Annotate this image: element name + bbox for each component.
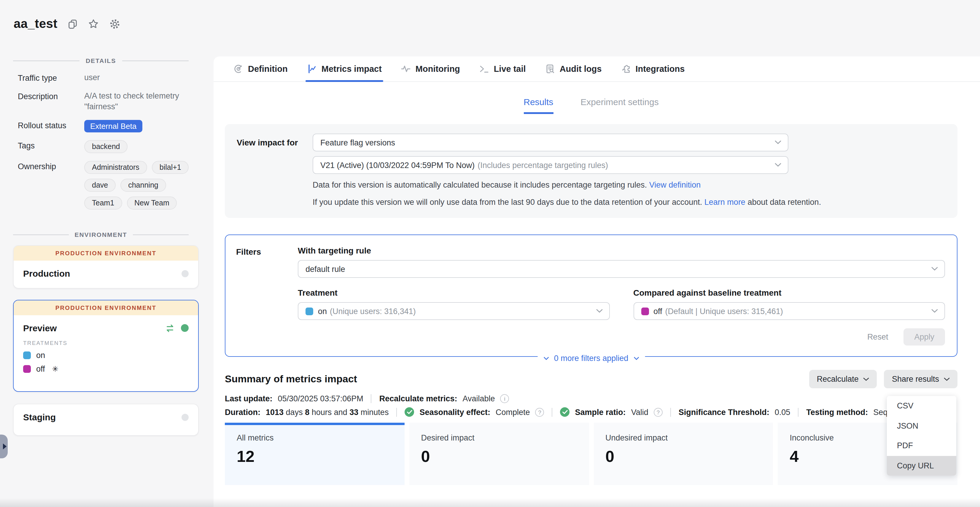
impact-mode-select[interactable]: Feature flag versions	[313, 134, 788, 151]
view-definition-link[interactable]: View definition	[649, 180, 701, 190]
targeting-rule-label: With targeting rule	[298, 246, 945, 255]
treatment-on-swatch	[23, 351, 31, 359]
flag-title-row: aa_test	[14, 17, 121, 31]
chevron-down-icon	[864, 377, 869, 381]
gear-icon[interactable]	[109, 18, 121, 29]
tab-definition[interactable]: Definition	[234, 56, 288, 81]
owner-pill[interactable]: dave	[84, 179, 116, 192]
share-results-button[interactable]: Share results	[884, 370, 958, 388]
chevron-down-icon	[596, 309, 602, 313]
swap-arrows-icon[interactable]	[165, 324, 175, 332]
share-results-label: Share results	[892, 375, 939, 384]
environment-card-preview[interactable]: PRODUCTION ENVIRONMENT Preview T	[13, 300, 199, 392]
menu-item-json[interactable]: JSON	[887, 416, 956, 436]
metric-card-all-metrics[interactable]: All metrics 12	[225, 423, 404, 485]
recalculate-metrics-label: Recalculate metrics:	[379, 394, 457, 403]
tab-label: Monitoring	[415, 64, 460, 73]
metric-summary-cards: All metrics 12 Desired impact 0 Undesire…	[225, 423, 958, 485]
baseline-select[interactable]: off (Default | Unique users: 315,461)	[633, 302, 945, 320]
treatment-select[interactable]: on (Unique users: 316,341)	[298, 302, 609, 320]
retention-info-text: If you update this version we will only …	[313, 198, 702, 207]
question-icon[interactable]: ?	[654, 408, 663, 416]
tags-list: backend	[84, 140, 196, 153]
treatment-off-label: off	[36, 365, 45, 373]
sidebar: aa_test DETAILS	[0, 0, 213, 507]
chevron-down-icon	[775, 163, 781, 167]
share-results-menu: CSV JSON PDF Copy URL	[887, 396, 956, 475]
treatment-filter: Treatment on (Unique users: 316,341)	[298, 288, 609, 320]
version-value: V21 (Active) (10/03/2022 04:59PM To Now)	[320, 161, 474, 169]
owner-pill[interactable]: bilal+1	[152, 161, 189, 174]
significance-threshold-value: 0.05	[775, 408, 791, 416]
treatments-heading: TREATMENTS	[23, 340, 189, 346]
menu-item-csv[interactable]: CSV	[887, 396, 956, 416]
owner-pill[interactable]: channing	[121, 179, 166, 192]
star-icon[interactable]	[88, 18, 99, 29]
tab-integrations[interactable]: Integrations	[621, 56, 684, 81]
recalculate-button[interactable]: Recalculate	[809, 370, 877, 388]
status-dot-gray	[181, 270, 189, 277]
apply-button[interactable]: Apply	[904, 328, 945, 346]
treatment-label: Treatment	[298, 288, 609, 297]
filters-panel: Filters With targeting rule default rule…	[225, 234, 958, 357]
more-filters-toggle[interactable]: 0 more filters applied	[538, 354, 645, 363]
chevron-down-icon	[633, 357, 639, 360]
tags-label: Tags	[18, 140, 84, 150]
sidebar-collapse-handle[interactable]	[0, 435, 8, 458]
tag-pill[interactable]: backend	[84, 140, 128, 153]
copy-icon[interactable]	[68, 19, 78, 29]
duration-label: Duration:	[225, 408, 261, 416]
treatment-on-label: on	[36, 351, 45, 360]
owner-pill[interactable]: Administrators	[84, 161, 147, 174]
environment-name: Preview	[23, 323, 165, 333]
metric-card-undesired-impact[interactable]: Undesired impact 0	[593, 423, 773, 485]
testing-method-value: Seq	[873, 408, 888, 416]
description-label: Description	[18, 91, 84, 101]
sample-ratio-label: Sample ratio:	[575, 408, 626, 416]
environment-name: Production	[23, 268, 181, 279]
divider	[670, 408, 671, 416]
targeting-rule-value: default rule	[305, 265, 345, 273]
default-treatment-asterisk-icon: ✳	[52, 365, 59, 373]
treatment-value: on	[318, 307, 327, 316]
filters-label: Filters	[236, 246, 298, 346]
metric-card-desired-impact[interactable]: Desired impact 0	[409, 423, 589, 485]
learn-more-link[interactable]: Learn more	[705, 198, 745, 207]
environment-card-staging[interactable]: Staging	[13, 404, 199, 436]
rollout-status-badge[interactable]: External Beta	[84, 120, 142, 132]
menu-item-copy-url[interactable]: Copy URL	[887, 456, 956, 475]
traffic-type-label: Traffic type	[18, 72, 84, 83]
subtab-experiment-settings[interactable]: Experiment settings	[581, 97, 659, 114]
chevron-down-icon	[931, 309, 938, 313]
metric-card-label: Desired impact	[421, 434, 577, 442]
tab-label: Definition	[248, 64, 288, 73]
chevron-down-icon	[944, 377, 950, 381]
divider	[396, 408, 397, 416]
version-info-line2: If you update this version we will only …	[313, 196, 946, 208]
recalculate-label: Recalculate	[817, 375, 859, 384]
info-icon[interactable]: i	[500, 394, 509, 403]
environment-card-production[interactable]: PRODUCTION ENVIRONMENT Production	[13, 245, 199, 289]
question-icon[interactable]: ?	[535, 408, 544, 416]
last-update-label: Last update:	[225, 394, 273, 403]
tab-audit-logs[interactable]: Audit logs	[546, 56, 602, 81]
baseline-label: Compared against baseline treatment	[633, 288, 945, 297]
retention-info-tail: about data retention.	[748, 198, 821, 207]
version-select[interactable]: V21 (Active) (10/03/2022 04:59PM To Now)…	[313, 156, 788, 174]
version-info-line1: Data for this version is automatically c…	[313, 179, 946, 191]
tab-monitoring[interactable]: Monitoring	[401, 56, 460, 81]
tab-metrics-impact[interactable]: Metrics impact	[307, 56, 382, 81]
owner-pill[interactable]: Team1	[84, 196, 122, 210]
last-update-value: 05/30/2025 03:57:06PM	[278, 394, 363, 403]
tab-live-tail[interactable]: Live tail	[480, 56, 526, 81]
production-environment-banner: PRODUCTION ENVIRONMENT	[14, 300, 198, 315]
puzzle-icon	[621, 64, 631, 73]
targeting-rule-select[interactable]: default rule	[298, 260, 945, 278]
subtab-results[interactable]: Results	[523, 97, 553, 114]
environment-section-divider: ENVIRONMENT	[13, 231, 189, 238]
ownership-label: Ownership	[18, 161, 84, 171]
menu-item-pdf[interactable]: PDF	[887, 436, 956, 456]
reset-button[interactable]: Reset	[867, 332, 888, 341]
more-filters-label: 0 more filters applied	[554, 354, 628, 363]
owner-pill[interactable]: New Team	[127, 196, 177, 210]
